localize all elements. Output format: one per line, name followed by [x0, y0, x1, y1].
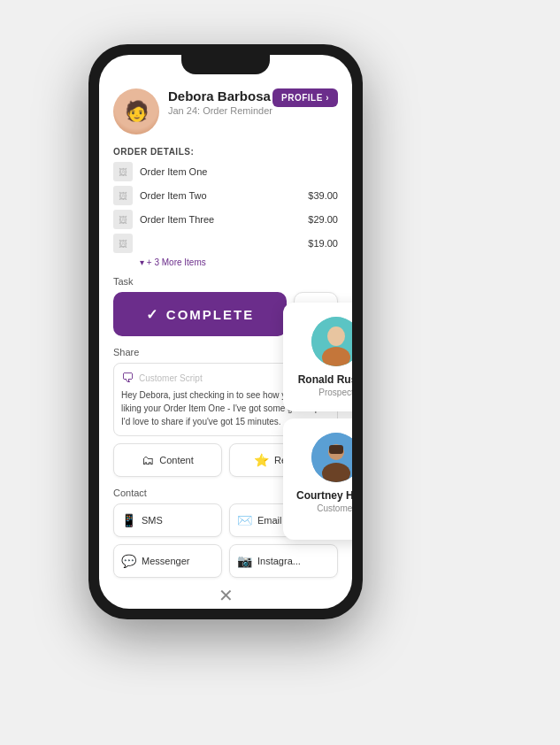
sms-label: SMS	[142, 515, 163, 526]
script-icon: 🗨	[121, 371, 134, 385]
email-label: Email	[257, 515, 282, 526]
messenger-button[interactable]: 💬 Messenger	[113, 544, 222, 578]
sms-button[interactable]: 📱 SMS	[113, 503, 222, 537]
order-img-2: 🖼	[113, 186, 133, 205]
phone-notch	[181, 55, 270, 74]
svg-point-3	[329, 329, 343, 343]
order-img-3: 🖼	[113, 210, 133, 229]
more-items[interactable]: ▾ + 3 More Items	[113, 257, 338, 267]
sms-icon: 📱	[121, 513, 136, 527]
profile-info: Debora Barbosa Jan 24: Order Reminder	[168, 88, 272, 116]
phone-shell: 🧑 Debora Barbosa Jan 24: Order Reminder …	[88, 44, 363, 619]
order-item-name-2: Order Item Two	[140, 190, 308, 201]
order-item-4: 🖼 $19.00	[113, 234, 338, 253]
order-item-name-3: Order Item Three	[140, 214, 308, 225]
phone-screen: 🧑 Debora Barbosa Jan 24: Order Reminder …	[99, 55, 352, 609]
profile-button[interactable]: PROFILE ›	[272, 88, 338, 107]
task-label: Task	[113, 276, 338, 287]
order-item-price-2: $39.00	[308, 190, 338, 201]
close-button[interactable]: ✕	[219, 585, 234, 606]
email-icon: ✉️	[237, 513, 252, 527]
contact-role-courtney: Customer	[317, 503, 352, 513]
instagram-button[interactable]: 📷 Instagra...	[229, 544, 338, 578]
contact-card-ronald[interactable]: Ronald Russell Prospect	[283, 303, 352, 411]
contacts-overlay: Ronald Russell Prospect Theresa Webb Unc…	[283, 303, 352, 540]
script-title: Customer Script	[139, 373, 203, 383]
order-label: ORDER DETAILS:	[113, 147, 338, 157]
instagram-icon: 📷	[237, 554, 252, 568]
order-img-1: 🖼	[113, 162, 133, 181]
avatar-courtney	[311, 433, 352, 482]
contact-role-ronald: Prospect	[318, 388, 352, 397]
content-label: Content	[159, 455, 194, 465]
contact-card-courtney[interactable]: Courtney Henry Customer	[283, 419, 352, 540]
order-item-name-1: Order Item One	[140, 166, 338, 177]
order-item-price-3: $29.00	[308, 214, 338, 225]
svg-rect-9	[329, 445, 343, 454]
avatar-image: 🧑	[113, 88, 159, 134]
profile-name: Debora Barbosa	[168, 88, 272, 104]
order-item-3: 🖼 Order Item Three $29.00	[113, 210, 338, 229]
star-icon: ⭐	[254, 453, 269, 467]
order-item-price-4: $19.00	[308, 238, 338, 249]
content-icon: 🗂	[142, 453, 154, 467]
contact-name-courtney: Courtney Henry	[296, 489, 352, 502]
complete-button[interactable]: ✓ COMPLETE	[113, 292, 287, 336]
messenger-icon: 💬	[121, 554, 136, 568]
complete-label: COMPLETE	[166, 307, 254, 322]
avatar-ronald	[311, 317, 352, 366]
more-items-text: ▾ + 3 More Items	[140, 257, 206, 267]
contact-name-ronald: Ronald Russell	[298, 373, 352, 386]
order-item-2: 🖼 Order Item Two $39.00	[113, 186, 338, 205]
content-button[interactable]: 🗂 Content	[113, 443, 222, 477]
check-icon: ✓	[146, 306, 159, 323]
profile-header: 🧑 Debora Barbosa Jan 24: Order Reminder …	[113, 81, 338, 134]
messenger-label: Messenger	[142, 556, 189, 566]
order-img-4: 🖼	[113, 234, 133, 253]
avatar: 🧑	[113, 88, 159, 134]
profile-date: Jan 24: Order Reminder	[168, 105, 272, 116]
instagram-label: Instagra...	[257, 556, 301, 566]
close-bar: ✕	[113, 585, 338, 606]
order-item-1: 🖼 Order Item One	[113, 162, 338, 181]
